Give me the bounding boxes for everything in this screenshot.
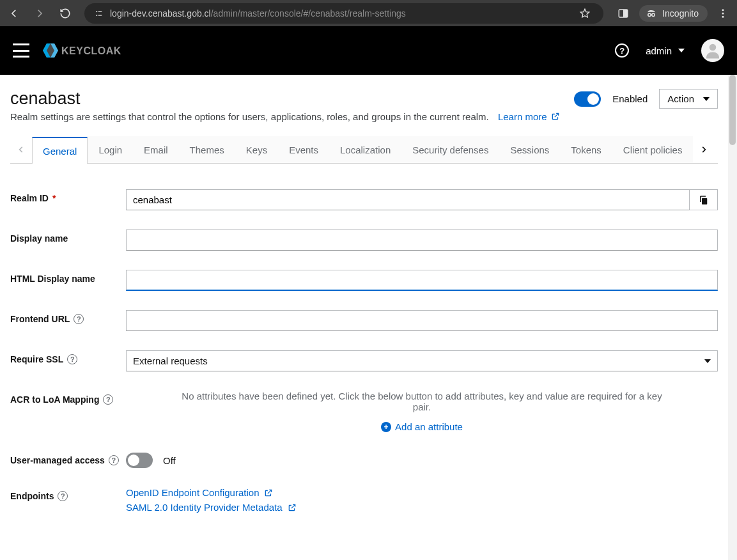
frontend-url-input[interactable] xyxy=(126,310,718,331)
tabs: General Login Email Themes Keys Events L… xyxy=(10,136,718,164)
tab-login[interactable]: Login xyxy=(88,136,133,163)
html-display-name-input[interactable] xyxy=(126,270,718,291)
svg-rect-3 xyxy=(98,15,102,16)
help-button[interactable]: ? xyxy=(615,43,629,58)
svg-point-8 xyxy=(652,13,655,17)
tab-general[interactable]: General xyxy=(32,137,88,164)
openid-endpoint-link[interactable]: OpenID Endpoint Configuration xyxy=(126,487,718,498)
scrollbar-thumb[interactable] xyxy=(729,75,736,145)
user-managed-access-label: User-managed access? xyxy=(10,451,126,465)
help-icon[interactable]: ? xyxy=(103,394,113,405)
keycloak-logo[interactable]: KEYCLOAK xyxy=(41,41,143,60)
require-ssl-select[interactable]: External requests xyxy=(126,350,718,371)
page-description: Realm settings are settings that control… xyxy=(10,111,718,122)
help-icon[interactable]: ? xyxy=(58,491,68,501)
site-info-icon[interactable] xyxy=(93,8,105,19)
display-name-input[interactable] xyxy=(126,229,718,251)
realm-enabled-toggle[interactable] xyxy=(574,91,601,107)
help-icon[interactable]: ? xyxy=(74,314,84,324)
avatar[interactable] xyxy=(701,39,724,62)
browser-back-button[interactable] xyxy=(5,4,23,22)
general-form: Realm ID* Display name HTML Display name xyxy=(10,189,718,513)
copy-icon xyxy=(698,194,710,206)
tabs-scroll-right[interactable] xyxy=(693,136,715,163)
tab-sessions[interactable]: Sessions xyxy=(499,136,560,163)
address-bar[interactable]: login-dev.cenabast.gob.cl/admin/master/c… xyxy=(84,3,603,24)
action-dropdown[interactable]: Action xyxy=(659,89,718,109)
tab-keys[interactable]: Keys xyxy=(235,136,278,163)
sidebar-toggle-button[interactable] xyxy=(13,43,29,58)
browser-menu-button[interactable] xyxy=(714,8,732,19)
panel-icon[interactable] xyxy=(614,4,633,23)
main-content: cenabast Enabled Action Realm settings a… xyxy=(0,75,737,560)
incognito-icon xyxy=(646,8,657,19)
require-ssl-label: Require SSL? xyxy=(10,350,126,364)
acr-loa-label: ACR to LoA Mapping? xyxy=(10,391,126,405)
add-attribute-button[interactable]: + Add an attribute xyxy=(381,421,463,432)
app-header: KEYCLOAK ? admin xyxy=(0,26,737,75)
user-managed-access-state: Off xyxy=(163,455,176,466)
add-attribute-label: Add an attribute xyxy=(395,421,463,432)
svg-point-10 xyxy=(722,12,724,14)
realm-id-label: Realm ID* xyxy=(10,189,126,203)
chevron-down-icon xyxy=(704,359,711,363)
frontend-url-label: Frontend URL? xyxy=(10,310,126,324)
scrollbar-track[interactable] xyxy=(728,75,737,560)
help-icon[interactable]: ? xyxy=(109,455,119,465)
saml-endpoint-link[interactable]: SAML 2.0 Identity Provider Metadata xyxy=(126,502,718,513)
svg-point-9 xyxy=(722,9,724,11)
svg-text:KEYCLOAK: KEYCLOAK xyxy=(61,45,121,56)
user-menu[interactable]: admin xyxy=(646,45,685,56)
svg-rect-1 xyxy=(98,11,102,12)
tab-security-defenses[interactable]: Security defenses xyxy=(401,136,499,163)
html-display-name-label: HTML Display name xyxy=(10,270,126,284)
tab-email[interactable]: Email xyxy=(133,136,179,163)
copy-realm-id-button[interactable] xyxy=(690,189,718,210)
incognito-badge[interactable]: Incognito xyxy=(639,5,708,22)
external-link-icon xyxy=(551,112,560,121)
url-text: login-dev.cenabast.gob.cl/admin/master/c… xyxy=(110,8,406,19)
tab-tokens[interactable]: Tokens xyxy=(560,136,612,163)
help-icon[interactable]: ? xyxy=(67,354,77,364)
external-link-icon xyxy=(264,488,273,497)
tab-events[interactable]: Events xyxy=(278,136,329,163)
tab-client-policies[interactable]: Client policies xyxy=(612,136,694,163)
page-title: cenabast xyxy=(10,89,81,109)
incognito-label: Incognito xyxy=(662,8,699,19)
browser-toolbar: login-dev.cenabast.gob.cl/admin/master/c… xyxy=(0,0,737,26)
browser-forward-button[interactable] xyxy=(31,4,49,22)
user-managed-access-toggle[interactable] xyxy=(126,453,153,468)
svg-rect-17 xyxy=(702,198,707,205)
username-label: admin xyxy=(646,45,672,56)
chevron-down-icon xyxy=(703,97,710,101)
svg-point-2 xyxy=(96,14,97,15)
bookmark-star-icon[interactable] xyxy=(575,4,594,23)
browser-reload-button[interactable] xyxy=(56,4,74,22)
svg-point-16 xyxy=(710,44,717,51)
svg-rect-6 xyxy=(625,10,627,17)
tab-themes[interactable]: Themes xyxy=(179,136,235,163)
endpoints-label: Endpoints? xyxy=(10,487,126,501)
realm-id-input[interactable] xyxy=(126,189,690,210)
external-link-icon xyxy=(288,503,297,512)
display-name-label: Display name xyxy=(10,229,126,244)
acr-empty-text: No attributes have been defined yet. Cli… xyxy=(177,391,667,412)
learn-more-link[interactable]: Learn more xyxy=(498,111,560,122)
svg-point-7 xyxy=(648,13,651,17)
realm-enabled-label: Enabled xyxy=(612,93,648,104)
chevron-down-icon xyxy=(678,49,685,52)
svg-point-0 xyxy=(96,10,97,12)
svg-point-11 xyxy=(722,15,724,17)
tab-localization[interactable]: Localization xyxy=(329,136,401,163)
plus-circle-icon: + xyxy=(381,422,391,432)
action-label: Action xyxy=(667,93,694,104)
require-ssl-value: External requests xyxy=(133,355,208,366)
tabs-scroll-left xyxy=(10,136,32,163)
